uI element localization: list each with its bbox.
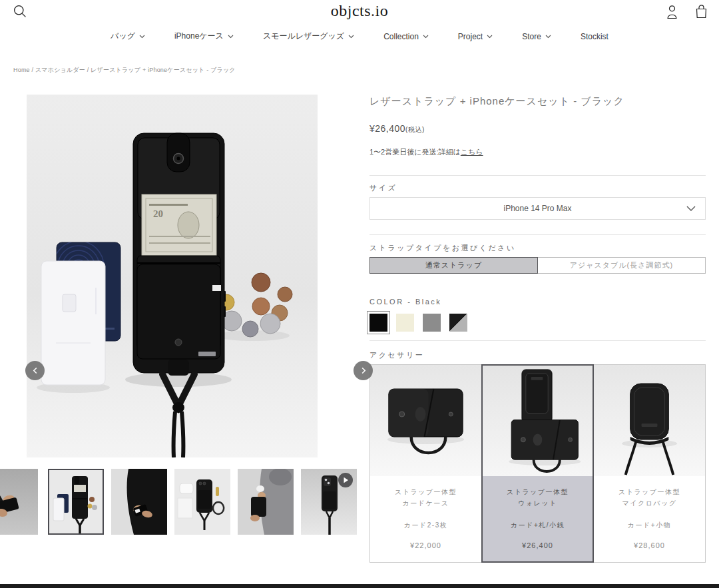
tax-note: (税込) [405, 126, 425, 133]
strap-option-normal[interactable]: 通常ストラップ [369, 257, 538, 274]
shipping-details-link[interactable]: こちら [461, 148, 483, 156]
breadcrumb-separator: / [85, 67, 91, 73]
main-nav: バッグ iPhoneケース スモールレザーグッズ Collection Proj… [0, 31, 719, 42]
nav-label: スモールレザーグッズ [263, 31, 344, 42]
nav-item-stockist[interactable]: Stockist [581, 31, 608, 42]
color-swatch-ivory[interactable] [396, 314, 414, 332]
accessory-name: ウォレット [483, 497, 593, 509]
breadcrumb-home[interactable]: Home [13, 67, 30, 73]
thumbnail-flatlay-accessories[interactable] [174, 469, 230, 535]
chevron-down-icon [686, 206, 696, 212]
chevron-down-icon [487, 35, 493, 39]
divider [369, 175, 706, 176]
accessory-card-case[interactable]: ストラップ一体型 カードケース カード2-3枚 ¥22,000 [369, 364, 482, 563]
shipping-text: 1〜2営業日後に発送:詳細は [369, 148, 461, 156]
accessory-price: ¥22,000 [370, 541, 481, 549]
accessory-wallet-info: ストラップ一体型 ウォレット カード+札/小銭 ¥26,400 [483, 476, 593, 561]
nav-item-collection[interactable]: Collection [383, 31, 429, 42]
account-icon[interactable] [666, 5, 678, 22]
accessory-micro-bag-info: ストラップ一体型 マイクロバッグ カード+小物 ¥28,600 [594, 476, 705, 561]
nav-label: Store [522, 32, 541, 41]
nav-label: iPhoneケース [174, 31, 224, 42]
prev-image-button[interactable] [25, 361, 45, 380]
nav-label: Project [458, 32, 483, 41]
breadcrumb: Home / スマホショルダー / レザーストラップ + iPhoneケースセッ… [13, 66, 236, 75]
chevron-down-icon [139, 35, 145, 39]
accessory-micro-bag-image [594, 365, 705, 476]
color-swatches [369, 314, 706, 332]
accessory-price: ¥26,400 [483, 541, 593, 549]
price-value: ¥26,400 [369, 123, 405, 134]
video-play-icon [338, 473, 353, 487]
accessory-wallet[interactable]: ストラップ一体型 ウォレット カード+札/小銭 ¥26,400 [481, 364, 594, 563]
breadcrumb-separator: / [30, 67, 35, 73]
product-image: 20 [27, 95, 318, 457]
breadcrumb-category[interactable]: スマホショルダー [35, 67, 85, 73]
color-swatch-gray[interactable] [423, 314, 441, 332]
strap-option-adjustable[interactable]: アジャスタブル(長さ調節式) [538, 257, 706, 274]
thumbnail-flatlay-cards-coins[interactable] [48, 469, 104, 535]
size-selected-value: iPhone 14 Pro Max [503, 204, 571, 213]
thumbnail-strip [0, 469, 370, 535]
accessory-capacity: カード2-3枚 [370, 521, 481, 530]
chevron-down-icon [348, 35, 354, 39]
accessory-name: マイクロバッグ [594, 497, 705, 509]
nav-label: Collection [383, 32, 419, 41]
accessory-card-case-info: ストラップ一体型 カードケース カード2-3枚 ¥22,000 [370, 476, 481, 561]
thumbnail-person-black-outfit[interactable] [111, 469, 167, 535]
shipping-info: 1〜2営業日後に発送:詳細はこちら [369, 147, 706, 157]
nav-label: Stockist [581, 32, 608, 41]
page-title: レザーストラップ + iPhoneケースセット - ブラック [369, 95, 706, 108]
accessory-name: ストラップ一体型 [483, 486, 593, 497]
thumbnail-hands-holding-wallet[interactable] [0, 469, 38, 535]
divider [369, 234, 706, 235]
svg-text:20: 20 [153, 208, 163, 219]
accessory-card-case-image [370, 365, 481, 476]
accessory-name: カードケース [370, 497, 481, 509]
color-label: COLOR - Black [369, 298, 706, 306]
accessory-options: ストラップ一体型 カードケース カード2-3枚 ¥22,000 [369, 364, 706, 563]
color-swatch-black[interactable] [369, 314, 387, 332]
site-logo[interactable]: objcts.io [0, 2, 719, 20]
accessory-capacity: カード+札/小銭 [483, 521, 593, 530]
nav-item-store[interactable]: Store [522, 31, 551, 42]
nav-item-project[interactable]: Project [458, 31, 493, 42]
nav-label: バッグ [111, 31, 135, 42]
thumbnail-case-video[interactable] [301, 469, 357, 535]
product-info: レザーストラップ + iPhoneケースセット - ブラック ¥26,400(税… [369, 95, 706, 563]
size-select[interactable]: iPhone 14 Pro Max [369, 197, 706, 220]
accessory-micro-bag[interactable]: ストラップ一体型 マイクロバッグ カード+小物 ¥28,600 [593, 364, 706, 563]
chevron-down-icon [423, 35, 429, 39]
product-image-gallery: 20 [27, 95, 318, 457]
divider [369, 340, 706, 341]
nav-item-iphone-cases[interactable]: iPhoneケース [174, 31, 234, 42]
accessory-wallet-image [483, 366, 593, 476]
accessory-name: ストラップ一体型 [594, 486, 705, 497]
cart-icon[interactable] [694, 4, 708, 22]
accessory-price: ¥28,600 [594, 541, 705, 549]
breadcrumb-current: レザーストラップ + iPhoneケースセット - ブラック [91, 67, 236, 73]
size-label: サイズ [369, 183, 706, 193]
accessory-name: ストラップ一体型 [370, 486, 481, 497]
product-price: ¥26,400(税込) [369, 123, 706, 135]
accessory-capacity: カード+小物 [594, 521, 705, 530]
nav-item-small-leather-goods[interactable]: スモールレザーグッズ [263, 31, 354, 42]
footer-top-bar [0, 584, 719, 588]
chevron-down-icon [228, 35, 234, 39]
chevron-down-icon [545, 35, 551, 39]
thumbnail-person-gray-hoodie[interactable] [238, 469, 294, 535]
accessories-label: アクセサリー [369, 350, 706, 360]
nav-item-bags[interactable]: バッグ [111, 31, 145, 42]
strap-type-label: ストラップタイプをお選びください [369, 243, 706, 253]
next-image-button[interactable] [354, 361, 373, 380]
color-swatch-black-gray[interactable] [449, 314, 467, 332]
strap-type-toggle: 通常ストラップ アジャスタブル(長さ調節式) [369, 257, 706, 274]
